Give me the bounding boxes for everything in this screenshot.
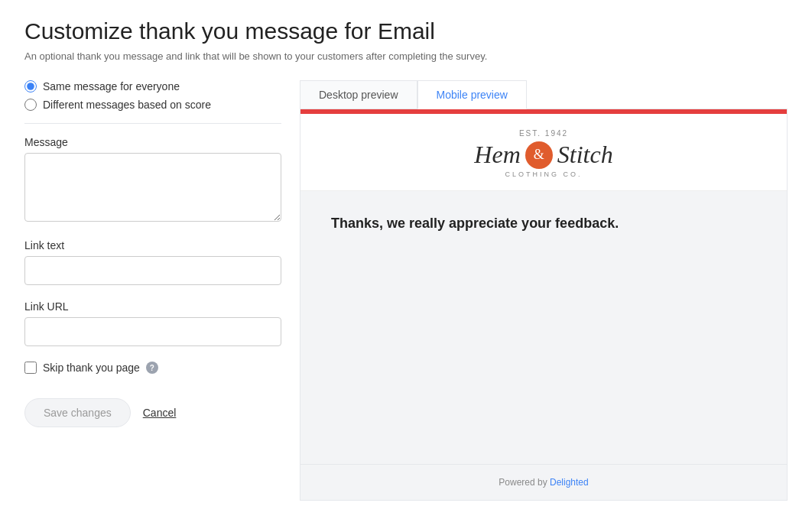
radio-different-messages[interactable] (24, 99, 37, 111)
skip-page-checkbox[interactable] (24, 362, 37, 374)
page-subtitle: An optional thank you message and link t… (24, 50, 788, 62)
skip-page-label[interactable]: Skip thank you page (43, 362, 140, 374)
message-textarea[interactable] (24, 153, 281, 222)
link-text-label: Link text (24, 239, 281, 251)
radio-different-label[interactable]: Different messages based on score (43, 99, 211, 111)
info-icon[interactable]: ? (146, 362, 158, 374)
section-divider (24, 123, 281, 124)
radio-same-label[interactable]: Same message for everyone (43, 80, 180, 92)
radio-group: Same message for everyone Different mess… (24, 80, 281, 111)
radio-option-different[interactable]: Different messages based on score (24, 99, 281, 111)
preview-header: EST. 1942 Hem & Stitch CLOTHING CO. (300, 114, 787, 191)
link-text-input[interactable] (24, 256, 281, 285)
preview-est: EST. 1942 (519, 129, 568, 138)
link-url-input[interactable]: www.trustpilot.com/delighted (24, 317, 281, 346)
left-panel: Same message for everyone Different mess… (24, 80, 300, 501)
preview-footer-text: Powered by (499, 477, 547, 488)
right-panel: Desktop preview Mobile preview EST. 1942… (300, 80, 788, 501)
logo-ampersand: & (525, 141, 553, 169)
page-container: Customize thank you message for Email An… (0, 0, 812, 519)
link-url-form-group: Link URL www.trustpilot.com/delighted (24, 300, 281, 346)
link-url-label: Link URL (24, 300, 281, 313)
preview-tabs: Desktop preview Mobile preview (300, 80, 788, 109)
radio-same-message[interactable] (24, 80, 37, 92)
message-form-group: Message (24, 136, 281, 224)
link-text-form-group: Link text (24, 239, 281, 285)
tab-mobile[interactable]: Mobile preview (417, 80, 527, 109)
tab-desktop[interactable]: Desktop preview (300, 80, 417, 109)
preview-frame: EST. 1942 Hem & Stitch CLOTHING CO. Than… (300, 109, 788, 501)
preview-footer-link[interactable]: Delighted (550, 477, 589, 488)
page-title: Customize thank you message for Email (24, 18, 788, 44)
preview-clothing: CLOTHING CO. (505, 170, 582, 178)
preview-body: Thanks, we really appreciate your feedba… (300, 191, 787, 464)
logo-left: Hem (474, 141, 520, 169)
preview-logo: Hem & Stitch (474, 141, 612, 169)
skip-page-group: Skip thank you page ? (24, 362, 281, 374)
save-button[interactable]: Save changes (24, 398, 131, 427)
cancel-button[interactable]: Cancel (143, 407, 177, 419)
logo-right: Stitch (557, 141, 613, 169)
preview-footer: Powered by Delighted (300, 464, 787, 500)
radio-option-same[interactable]: Same message for everyone (24, 80, 281, 92)
main-content: Same message for everyone Different mess… (24, 80, 788, 501)
message-label: Message (24, 136, 281, 148)
action-buttons: Save changes Cancel (24, 398, 281, 427)
preview-feedback-text: Thanks, we really appreciate your feedba… (331, 216, 619, 232)
